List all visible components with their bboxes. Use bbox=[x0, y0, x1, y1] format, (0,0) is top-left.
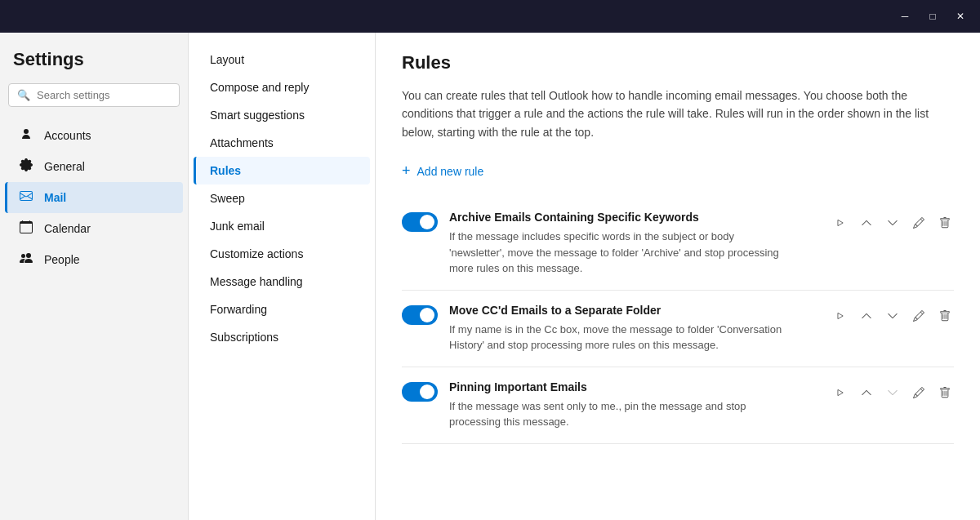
mid-item-message-label: Message handling bbox=[210, 275, 303, 288]
mid-item-attachments[interactable]: Attachments bbox=[194, 129, 370, 157]
page-title: Rules bbox=[402, 52, 954, 73]
rule3-run-button[interactable] bbox=[831, 384, 849, 402]
rule1-run-button[interactable] bbox=[831, 214, 849, 232]
rule2-description: If my name is in the Cc box, move the me… bbox=[449, 322, 792, 353]
sidebar-item-people[interactable]: People bbox=[5, 244, 183, 275]
rule1-content: Archive Emails Containing Specific Keywo… bbox=[449, 211, 820, 277]
mid-item-layout[interactable]: Layout bbox=[194, 46, 370, 73]
person-icon bbox=[18, 127, 34, 144]
rule3-content: Pinning Important Emails If the message … bbox=[449, 380, 820, 430]
sidebar-item-accounts[interactable]: Accounts bbox=[5, 120, 183, 151]
rule-item-2: Move CC'd Emails to a Separate Folder If… bbox=[402, 291, 954, 367]
add-rule-label: Add new rule bbox=[417, 165, 484, 178]
mid-item-junk-label: Junk email bbox=[210, 220, 265, 233]
rule-item-1: Archive Emails Containing Specific Keywo… bbox=[402, 198, 954, 291]
mid-item-forwarding[interactable]: Forwarding bbox=[194, 296, 370, 323]
mid-item-attachments-label: Attachments bbox=[210, 136, 274, 149]
rule1-actions bbox=[831, 214, 954, 232]
search-icon: 🔍 bbox=[17, 89, 30, 101]
sidebar: Settings 🔍 Accounts General Mail bbox=[0, 33, 188, 520]
rules-content-area: Rules You can create rules that tell Out… bbox=[376, 33, 980, 520]
rule1-description: If the message includes specific words i… bbox=[449, 229, 792, 277]
mid-item-rules[interactable]: Rules bbox=[194, 157, 370, 184]
sidebar-item-general[interactable]: General bbox=[5, 151, 183, 182]
rule-item-3: Pinning Important Emails If the message … bbox=[402, 367, 954, 444]
rule3-edit-button[interactable] bbox=[910, 384, 928, 402]
rule1-toggle[interactable] bbox=[402, 212, 438, 232]
sidebar-item-accounts-label: Accounts bbox=[44, 129, 91, 142]
mail-icon bbox=[18, 189, 34, 206]
mid-column: Layout Compose and reply Smart suggestio… bbox=[188, 33, 376, 520]
search-input[interactable] bbox=[37, 89, 171, 101]
calendar-icon bbox=[18, 220, 34, 237]
rule2-content: Move CC'd Emails to a Separate Folder If… bbox=[449, 304, 820, 353]
rule2-title: Move CC'd Emails to a Separate Folder bbox=[449, 304, 820, 317]
rule3-move-up-button[interactable] bbox=[858, 384, 875, 402]
mid-item-compose-label: Compose and reply bbox=[210, 81, 309, 94]
gear-icon bbox=[18, 158, 34, 175]
rule3-toggle[interactable] bbox=[402, 382, 438, 402]
rule3-delete-button[interactable] bbox=[936, 384, 954, 402]
close-button[interactable]: ✕ bbox=[947, 5, 973, 28]
rule3-actions bbox=[831, 384, 954, 402]
mid-item-sweep-label: Sweep bbox=[210, 192, 245, 205]
rule1-title: Archive Emails Containing Specific Keywo… bbox=[449, 211, 820, 224]
rule1-move-up-button[interactable] bbox=[858, 214, 875, 232]
rule2-actions bbox=[831, 307, 954, 325]
rules-description: You can create rules that tell Outlook h… bbox=[402, 87, 954, 141]
window-controls: ─ □ ✕ bbox=[892, 5, 973, 28]
mid-item-subscriptions-label: Subscriptions bbox=[210, 331, 278, 344]
minimize-button[interactable]: ─ bbox=[892, 5, 918, 28]
mid-item-message[interactable]: Message handling bbox=[194, 268, 370, 296]
add-rule-button[interactable]: + Add new rule bbox=[402, 158, 483, 184]
mid-item-customize[interactable]: Customize actions bbox=[194, 240, 370, 268]
titlebar: ─ □ ✕ bbox=[0, 0, 980, 33]
search-box[interactable]: 🔍 bbox=[8, 83, 180, 107]
sidebar-item-calendar[interactable]: Calendar bbox=[5, 213, 183, 244]
rule2-move-down-button[interactable] bbox=[884, 307, 902, 325]
rule3-description: If the message was sent only to me., pin… bbox=[449, 398, 792, 430]
mid-item-smart[interactable]: Smart suggestions bbox=[194, 101, 370, 129]
rule2-move-up-button[interactable] bbox=[858, 307, 875, 325]
rule1-edit-button[interactable] bbox=[910, 214, 928, 232]
rule2-delete-button[interactable] bbox=[936, 307, 954, 325]
sidebar-item-people-label: People bbox=[44, 253, 80, 266]
rule2-toggle[interactable] bbox=[402, 305, 438, 325]
mid-item-sweep[interactable]: Sweep bbox=[194, 184, 370, 212]
mid-item-smart-label: Smart suggestions bbox=[210, 109, 305, 122]
people-icon bbox=[18, 251, 34, 268]
plus-icon: + bbox=[402, 162, 411, 180]
mid-item-forwarding-label: Forwarding bbox=[210, 303, 267, 316]
rule3-title: Pinning Important Emails bbox=[449, 380, 820, 393]
rule3-move-down-button bbox=[884, 384, 902, 402]
mid-item-rules-label: Rules bbox=[210, 164, 241, 177]
rule1-delete-button[interactable] bbox=[936, 214, 954, 232]
mid-item-junk[interactable]: Junk email bbox=[194, 212, 370, 240]
rule2-run-button[interactable] bbox=[831, 307, 849, 325]
mid-item-customize-label: Customize actions bbox=[210, 247, 303, 260]
sidebar-item-mail-label: Mail bbox=[44, 191, 66, 204]
sidebar-item-calendar-label: Calendar bbox=[44, 222, 91, 235]
sidebar-item-mail[interactable]: Mail bbox=[5, 182, 183, 213]
sidebar-item-general-label: General bbox=[44, 160, 85, 173]
app-container: Settings 🔍 Accounts General Mail bbox=[0, 33, 980, 520]
mid-item-layout-label: Layout bbox=[210, 53, 244, 66]
rule2-edit-button[interactable] bbox=[910, 307, 928, 325]
maximize-button[interactable]: □ bbox=[920, 5, 946, 28]
mid-item-compose[interactable]: Compose and reply bbox=[194, 73, 370, 101]
rule1-move-down-button[interactable] bbox=[884, 214, 902, 232]
mid-item-subscriptions[interactable]: Subscriptions bbox=[194, 323, 370, 351]
settings-title: Settings bbox=[0, 49, 188, 83]
